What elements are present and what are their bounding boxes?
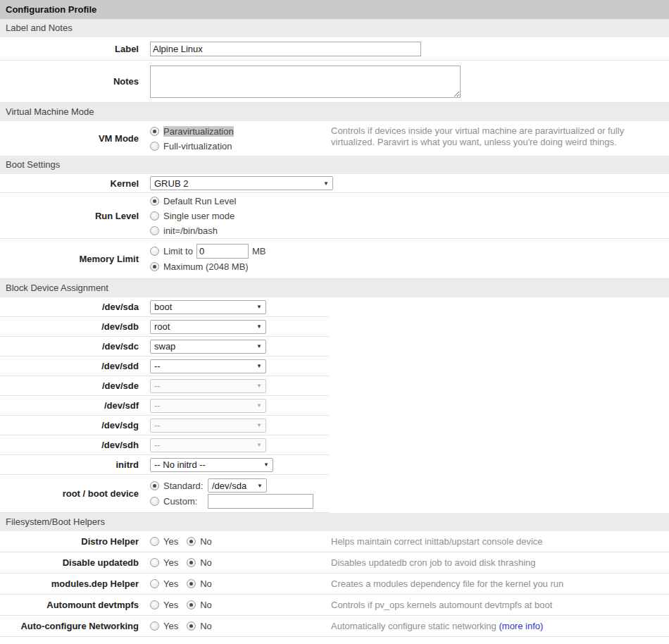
full-virtualization-option-label: Full-virtualization [163,141,232,151]
notes-row: Notes [0,61,669,103]
standard-device-select[interactable]: /dev/sda ▼ [208,478,267,493]
yes-option-label: Yes [163,578,178,589]
memory-limit-option-maximum[interactable]: Maximum (2048 MB) [150,260,329,273]
run-level-option-default[interactable]: Default Run Level [150,194,329,208]
memory-limit-option-limit[interactable]: Limit to MB [150,244,329,259]
sdc-select[interactable]: swap ▼ [150,340,266,354]
root-boot-device-row: root / boot device Standard: /dev/sda ▼ … [0,475,669,513]
yes-option-label: Yes [163,600,178,610]
run-level-row: Run Level Default Run Level Single user … [0,193,669,239]
modules-dep-yes-option[interactable]: Yes [150,578,178,589]
root-boot-device-label: root / boot device [0,475,144,512]
yes-option-label: Yes [163,536,178,547]
block-device-row-sde: /dev/sde -- ▼ [0,376,669,396]
sdf-select-value: -- [154,400,161,411]
radio-maximum[interactable] [150,262,159,271]
radio-automount-devtmpfs-yes[interactable] [150,600,159,609]
radio-full-virtualization[interactable] [150,142,159,151]
dropdown-arrow-icon: ▼ [257,483,263,489]
memory-limit-input[interactable] [196,244,249,259]
run-level-label: Run Level [0,193,144,238]
modules-dep-helper-label: modules.dep Helper [0,574,144,594]
dropdown-arrow-icon: ▼ [256,402,262,409]
disable-updatedb-label: Disable updatedb [0,552,144,573]
run-level-option-single-user[interactable]: Single user mode [150,209,329,223]
automount-devtmpfs-row: Automount devtmpfs Yes No Controls if pv… [0,595,669,616]
section-virtual-machine-mode: Virtual Machine Mode [0,103,669,121]
initrd-select[interactable]: -- No initrd -- ▼ [150,458,273,472]
memory-limit-label: Memory Limit [0,239,144,278]
initrd-select-value: -- No initrd -- [154,459,206,470]
distro-helper-label: Distro Helper [0,531,144,552]
vm-mode-option-full-virtualization[interactable]: Full-virtualization [150,140,329,153]
default-run-level-option-label: Default Run Level [163,196,236,206]
modules-dep-no-option[interactable]: No [187,578,212,589]
sdd-label: /dev/sdd [0,357,144,376]
radio-modules-dep-no[interactable] [187,579,196,588]
radio-distro-helper-no[interactable] [187,537,196,546]
run-level-option-init-bash[interactable]: init=/bin/bash [150,224,329,237]
block-device-row-sdb: /dev/sdb root ▼ [0,317,669,337]
distro-helper-yes-option[interactable]: Yes [150,536,178,547]
initrd-row: initrd -- No initrd -- ▼ [0,455,669,475]
sdh-label: /dev/sdh [0,435,144,454]
sdd-select[interactable]: -- ▼ [150,359,266,373]
modules-dep-help-text: Creates a modules dependency file for th… [329,574,669,595]
no-option-label: No [200,621,212,631]
radio-custom[interactable] [150,497,159,506]
standard-device-select-value: /dev/sda [212,481,246,491]
radio-automount-devtmpfs-no[interactable] [187,600,196,609]
radio-disable-updatedb-no[interactable] [187,558,196,567]
distro-helper-no-option[interactable]: No [187,536,212,547]
sde-select-value: -- [154,380,161,391]
radio-distro-helper-yes[interactable] [150,537,159,546]
vm-mode-option-paravirtualization[interactable]: Paravirtualization [150,125,329,138]
radio-paravirtualization[interactable] [150,127,159,136]
dropdown-arrow-icon: ▼ [256,343,262,349]
block-device-row-sda: /dev/sda boot ▼ [0,297,669,317]
radio-default-run-level[interactable] [150,197,159,206]
radio-auto-configure-networking-yes[interactable] [150,621,159,631]
sdb-select-value: root [154,321,170,332]
auto-configure-networking-no-option[interactable]: No [187,621,212,631]
sda-label: /dev/sda [0,297,144,316]
auto-configure-networking-help-main: Automatically configure static networkin… [331,621,496,632]
yes-option-label: Yes [163,621,178,631]
radio-auto-configure-networking-no[interactable] [187,621,196,631]
kernel-select[interactable]: GRUB 2 ▼ [150,176,333,190]
radio-init-bash[interactable] [150,226,159,235]
sda-select[interactable]: boot ▼ [150,300,266,314]
sdc-select-value: swap [154,341,175,352]
kernel-row: Kernel GRUB 2 ▼ [0,174,669,193]
radio-standard[interactable] [150,481,159,490]
distro-helper-help-text: Helps maintain correct inittab/upstart c… [329,531,669,552]
auto-configure-networking-help-text: Automatically configure static networkin… [329,616,669,637]
section-label-and-notes: Label and Notes [0,19,669,37]
dropdown-arrow-icon: ▼ [256,323,262,330]
root-device-option-standard[interactable]: Standard: /dev/sda ▼ [150,478,329,493]
sdg-label: /dev/sdg [0,416,144,435]
init-bash-option-label: init=/bin/bash [163,225,218,236]
disable-updatedb-yes-option[interactable]: Yes [150,557,178,568]
block-device-row-sdc: /dev/sdc swap ▼ [0,337,669,357]
radio-single-user-mode[interactable] [150,211,159,221]
custom-device-input[interactable] [208,494,313,509]
automount-devtmpfs-no-option[interactable]: No [187,600,212,610]
sdb-select[interactable]: root ▼ [150,320,266,334]
automount-devtmpfs-yes-option[interactable]: Yes [150,600,178,610]
more-info-link[interactable]: (more info) [499,621,543,632]
radio-disable-updatedb-yes[interactable] [150,558,159,567]
disable-updatedb-no-option[interactable]: No [187,557,212,568]
radio-modules-dep-yes[interactable] [150,579,159,588]
dropdown-arrow-icon: ▼ [256,304,262,310]
disable-updatedb-row: Disable updatedb Yes No Disables updated… [0,552,669,574]
dropdown-arrow-icon: ▼ [263,462,269,468]
auto-configure-networking-yes-option[interactable]: Yes [150,621,178,631]
root-device-option-custom[interactable]: Custom: [150,494,329,509]
section-filesystem-boot-helpers: Filesystem/Boot Helpers [0,513,669,531]
label-field-label: Label [0,37,144,60]
disable-updatedb-help-text: Disables updatedb cron job to avoid disk… [329,552,669,574]
radio-limit-to[interactable] [150,247,159,256]
initrd-label: initrd [0,455,144,474]
limit-to-option-label: Limit to [163,246,193,256]
